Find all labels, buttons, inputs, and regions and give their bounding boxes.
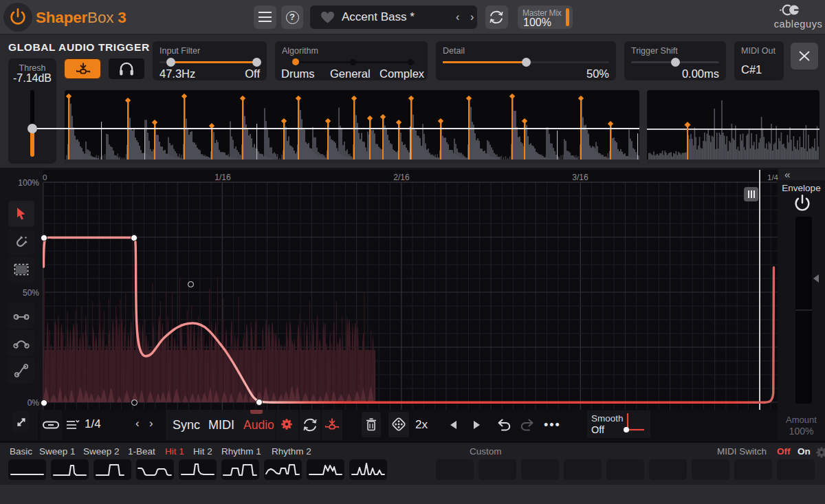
svg-text:cableguys: cableguys xyxy=(774,19,822,30)
